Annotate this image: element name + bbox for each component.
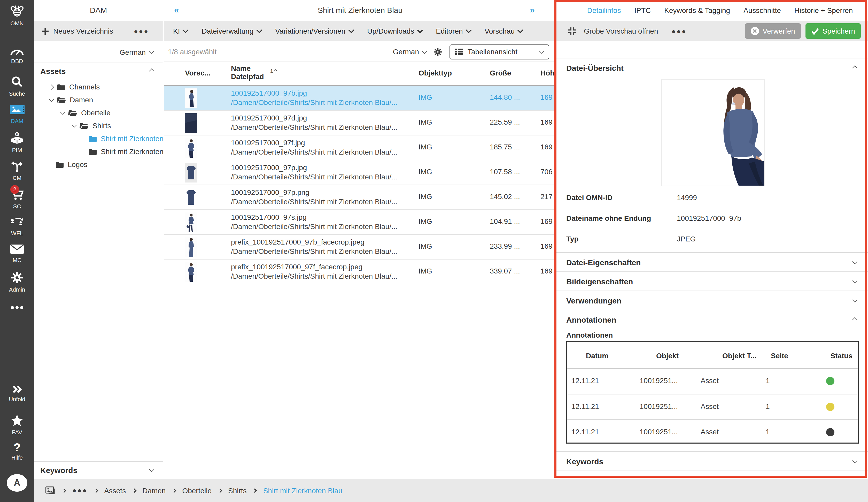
- asset-name: 100192517000_97f.jpg: [231, 139, 305, 147]
- table-row[interactable]: 100192517000_97f.jpg /Damen/Oberteile/Sh…: [164, 135, 557, 160]
- chevron-up-icon: [149, 68, 154, 73]
- column-header-height[interactable]: Höhe: [540, 69, 557, 77]
- breadcrumb-current[interactable]: Shirt mit Zierknoten Blau: [263, 486, 342, 494]
- ann-col-status[interactable]: Status: [830, 352, 852, 360]
- asset-thumbnail: [185, 188, 197, 207]
- tree-language-select[interactable]: German: [120, 48, 146, 56]
- tab-iptc[interactable]: IPTC: [634, 6, 651, 14]
- ann-col-objekt-typ[interactable]: Objekt T...: [722, 352, 756, 360]
- tree-panel-toolbar: Neues Verzeichnis ●●●: [34, 21, 163, 41]
- tree-node-shirt-mit-zierknoten-selected[interactable]: Shirt mit Zierknoten: [88, 132, 164, 145]
- annotation-row[interactable]: 12.11.21 10019251... Asset 1: [567, 369, 858, 394]
- sidebar-item-sc[interactable]: 2 SC: [0, 188, 34, 209]
- sidebar-item-admin[interactable]: Admin: [0, 271, 34, 293]
- tree-node-oberteile[interactable]: Oberteile: [61, 107, 111, 119]
- table-row[interactable]: 100192517000_97p.jpg /Damen/Oberteile/Sh…: [164, 160, 557, 185]
- sidebar-item-wfl[interactable]: WFL: [0, 216, 34, 236]
- sidebar-item-pim[interactable]: P PIM: [0, 132, 34, 153]
- menu-ki[interactable]: KI: [173, 27, 187, 35]
- sidebar-item-unfold[interactable]: Unfold: [0, 385, 34, 402]
- table-row[interactable]: 100192517000_97d.jpg /Damen/Oberteile/Sh…: [164, 111, 557, 135]
- section-label: Bildeigenschaften: [566, 277, 633, 285]
- tab-keywords-tagging[interactable]: Keywords & Tagging: [664, 6, 730, 14]
- sidebar-item-fav[interactable]: FAV: [0, 414, 34, 435]
- annotation-row[interactable]: 12.11.21 10019251... Asset 1: [567, 394, 858, 419]
- collapse-right-icon[interactable]: »: [530, 0, 535, 21]
- tree-node-channels[interactable]: Channels: [50, 81, 100, 93]
- user-avatar[interactable]: A: [7, 474, 28, 492]
- section-datei-eigenschaften[interactable]: Datei-Eigenschaften: [557, 252, 868, 271]
- ann-col-datum[interactable]: Datum: [586, 352, 608, 360]
- sort-indicator[interactable]: 1: [270, 68, 277, 74]
- table-row[interactable]: prefix_100192517000_97b_facecrop.jpeg /D…: [164, 235, 557, 260]
- tree-node-logos[interactable]: Logos: [55, 158, 87, 171]
- breadcrumb-damen[interactable]: Damen: [142, 486, 166, 494]
- detail-more-button[interactable]: ●●●: [671, 27, 687, 35]
- field-label-omn-id: Datei OMN-ID: [566, 193, 612, 202]
- menu-updownloads[interactable]: Up/Downloads: [367, 27, 422, 35]
- new-directory-button[interactable]: Neues Verzeichnis: [41, 27, 113, 35]
- ann-col-objekt[interactable]: Objekt: [656, 352, 679, 360]
- column-header-type[interactable]: Objekttyp: [418, 69, 452, 77]
- asset-size: 104.91 ...: [490, 217, 520, 225]
- menu-editoren[interactable]: Editoren: [436, 27, 471, 35]
- tree-node-shirts[interactable]: Shirts: [72, 119, 111, 132]
- settings-gear-icon[interactable]: [433, 47, 442, 56]
- assets-tree-header[interactable]: Assets: [34, 63, 163, 79]
- sidebar-item-dbd[interactable]: DBD: [0, 46, 34, 64]
- tree-node-label: Shirt mit Zierknoten: [101, 134, 164, 143]
- discard-button[interactable]: Verwerfen: [745, 23, 801, 39]
- asset-type: IMG: [418, 267, 432, 275]
- tab-ausschnitte[interactable]: Ausschnitte: [743, 6, 781, 14]
- section-datei-uebersicht[interactable]: Datei-Übersicht: [557, 58, 868, 77]
- column-header-name[interactable]: NameDateipfad: [231, 64, 264, 81]
- section-keywords[interactable]: Keywords: [557, 451, 868, 471]
- annotation-row[interactable]: 12.11.21 10019251... Asset 1: [567, 419, 858, 445]
- menu-vorschau[interactable]: Vorschau: [485, 27, 523, 35]
- save-button[interactable]: Speichern: [805, 23, 861, 39]
- sidebar-item-hilfe[interactable]: ? Hilfe: [0, 442, 34, 461]
- tree-node-label: Channels: [69, 83, 100, 91]
- section-annotationen[interactable]: Annotationen: [557, 310, 868, 329]
- main-content: « Shirt mit Zierknoten Blau » KI Dateive…: [164, 0, 557, 479]
- tree-node-shirt-mit-zierknoten[interactable]: Shirt mit Zierknoten: [88, 145, 164, 158]
- ann-col-seite[interactable]: Seite: [771, 352, 788, 360]
- sidebar-label-unfold: Unfold: [0, 396, 34, 402]
- tree-language-row: German: [34, 41, 163, 63]
- asset-height: 169 m: [540, 143, 557, 151]
- sidebar-more-button[interactable]: [0, 303, 34, 311]
- sidebar-item-mc[interactable]: MC: [0, 244, 34, 263]
- table-row[interactable]: 100192517000_97b.jpg /Damen/Oberteile/Sh…: [164, 86, 557, 111]
- breadcrumb-shirts[interactable]: Shirts: [228, 486, 247, 494]
- table-row[interactable]: 100192517000_97s.jpg /Damen/Oberteile/Sh…: [164, 210, 557, 235]
- menu-variationen[interactable]: Variationen/Versionen: [275, 27, 353, 35]
- folder-open-icon: [57, 97, 66, 103]
- tree-more-button[interactable]: ●●●: [134, 27, 149, 35]
- column-header-preview[interactable]: Vorsc...: [185, 69, 210, 77]
- tab-historie-sperren[interactable]: Historie + Sperren: [794, 6, 853, 14]
- sidebar-item-suche[interactable]: Suche: [0, 76, 34, 97]
- breadcrumb-ellipsis[interactable]: ●●●: [72, 486, 87, 494]
- breadcrumb-image-icon[interactable]: [45, 486, 56, 494]
- breadcrumb-oberteile[interactable]: Oberteile: [182, 486, 211, 494]
- tab-detailinfos[interactable]: Detailinfos: [587, 6, 621, 14]
- asset-path: /Damen/Oberteile/Shirts/Shirt mit Zierkn…: [231, 148, 397, 156]
- section-bildeigenschaften[interactable]: Bildeigenschaften: [557, 271, 868, 291]
- open-rough-preview-label[interactable]: Grobe Vorschau öffnen: [584, 27, 658, 35]
- sidebar-item-omn[interactable]: OMN: [0, 4, 34, 26]
- asset-type: IMG: [418, 242, 432, 250]
- table-row[interactable]: 100192517000_97p.png /Damen/Oberteile/Sh…: [164, 185, 557, 210]
- column-header-size[interactable]: Größe: [490, 69, 511, 77]
- section-verwendungen[interactable]: Verwendungen: [557, 291, 868, 310]
- menu-dateiverwaltung[interactable]: Dateiverwaltung: [202, 27, 261, 35]
- breadcrumb-assets[interactable]: Assets: [104, 486, 126, 494]
- sidebar-item-cm[interactable]: CM: [0, 161, 34, 181]
- tree-node-damen[interactable]: Damen: [50, 93, 93, 106]
- asset-name: 100192517000_97b.jpg: [231, 89, 307, 97]
- table-row[interactable]: prefix_100192517000_97f_facecrop.jpeg /D…: [164, 260, 557, 284]
- view-mode-select[interactable]: Tabellenansicht: [450, 44, 549, 59]
- keywords-accordion[interactable]: Keywords: [34, 461, 163, 479]
- asset-path: /Damen/Oberteile/Shirts/Shirt mit Zierkn…: [231, 247, 397, 255]
- sidebar-item-dam[interactable]: DAM: [0, 104, 34, 124]
- list-language-select[interactable]: German: [393, 48, 426, 56]
